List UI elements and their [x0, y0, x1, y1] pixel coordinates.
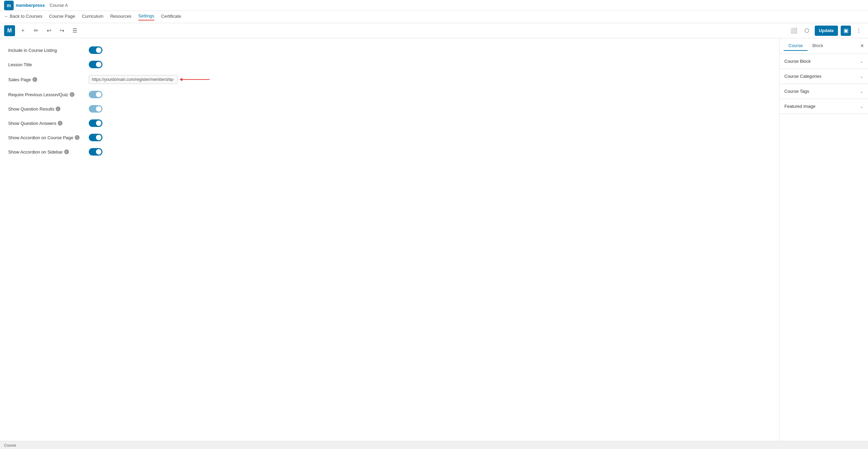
arrow-head	[180, 78, 182, 81]
label-lesson-title: Lesson Title	[8, 62, 83, 67]
content-area: Include in Course Listing Lesson Title S…	[0, 38, 779, 441]
settings-sidebar-button[interactable]: ▣	[841, 26, 851, 36]
tab-certificate[interactable]: Certificate	[161, 14, 181, 20]
label-include-in-course-listing: Include in Course Listing	[8, 48, 83, 53]
info-icon-sales-page[interactable]: i	[32, 77, 37, 82]
logo: m memberpress	[4, 1, 45, 10]
accordion-label-course-categories: Course Categories	[784, 74, 821, 79]
sidebar-header: Course Block ×	[780, 38, 868, 54]
toolbar-left: M ＋ ✏ ↩ ↪ ☰	[4, 25, 80, 36]
status-bar: Course	[0, 441, 868, 449]
accordion-header-featured-image[interactable]: Featured image ⌄	[780, 99, 868, 114]
accordion-item-course-tags: Course Tags ⌄	[780, 84, 868, 99]
undo-button[interactable]: ↩	[44, 26, 54, 36]
toggle-slider	[89, 148, 102, 156]
back-to-courses-link[interactable]: ← Back to Courses	[4, 14, 42, 20]
tab-settings[interactable]: Settings	[138, 13, 154, 20]
setting-row-show-question-results: Show Question Results i	[8, 105, 771, 113]
brand-name: memberpress	[16, 3, 45, 8]
toggle-lesson-title[interactable]	[89, 61, 102, 68]
sub-nav: ← Back to Courses Course Page Curriculum…	[0, 11, 868, 23]
accordion-label-featured-image: Featured image	[784, 104, 815, 109]
wp-logo-icon[interactable]: M	[4, 25, 15, 36]
toggle-show-accordion-course[interactable]	[89, 134, 102, 141]
label-show-accordion-sidebar: Show Accordion on Sidebar i	[8, 149, 83, 155]
toolbar-right: ⬜ ⬡ Update ▣ ⋮	[789, 26, 864, 36]
toggle-slider	[89, 134, 102, 141]
toggle-show-question-results[interactable]	[89, 105, 102, 113]
label-show-question-results: Show Question Results i	[8, 106, 83, 112]
accordion-item-featured-image: Featured image ⌄	[780, 99, 868, 114]
toggle-show-question-answers[interactable]	[89, 119, 102, 127]
accordion-item-course-categories: Course Categories ⌄	[780, 69, 868, 84]
setting-row-include-in-course-listing: Include in Course Listing	[8, 46, 771, 54]
accordion-header-course-block[interactable]: Course Block ⌄	[780, 54, 868, 69]
label-sales-page: Sales Page i	[8, 77, 83, 82]
info-icon-show-accordion-sidebar[interactable]: i	[64, 149, 69, 154]
toggle-include-in-course-listing[interactable]	[89, 46, 102, 54]
course-name: Course A	[50, 3, 68, 8]
chevron-down-icon: ⌄	[860, 89, 863, 94]
toggle-slider	[89, 105, 102, 113]
tab-resources[interactable]: Resources	[110, 14, 131, 20]
info-icon-require-previous[interactable]: i	[70, 92, 74, 97]
setting-row-show-accordion-sidebar: Show Accordion on Sidebar i	[8, 148, 771, 156]
setting-row-require-previous: Require Previous Lesson/Quiz i	[8, 91, 771, 98]
sales-page-input[interactable]	[89, 75, 178, 84]
label-require-previous: Require Previous Lesson/Quiz i	[8, 92, 83, 97]
redo-button[interactable]: ↪	[57, 26, 67, 36]
arrow-line	[182, 79, 210, 80]
list-view-button[interactable]: ☰	[70, 26, 80, 36]
toggle-slider	[89, 91, 102, 98]
accordion-header-course-categories[interactable]: Course Categories ⌄	[780, 69, 868, 84]
tools-button[interactable]: ✏	[31, 26, 41, 36]
toggle-slider	[89, 61, 102, 68]
setting-row-show-question-answers: Show Question Answers i	[8, 119, 771, 127]
setting-row-show-accordion-course: Show Accordion on Course Page i	[8, 134, 771, 141]
info-icon-show-question-results[interactable]: i	[56, 106, 60, 111]
info-icon-show-accordion-course[interactable]: i	[75, 135, 80, 140]
chevron-down-icon: ⌄	[860, 104, 863, 109]
label-show-accordion-course: Show Accordion on Course Page i	[8, 135, 83, 140]
chevron-down-icon: ⌄	[860, 74, 863, 79]
sidebar-tab-course[interactable]: Course	[784, 41, 808, 51]
accordion-label-course-block: Course Block	[784, 59, 811, 64]
toggle-slider	[89, 119, 102, 127]
logo-icon: m	[4, 1, 14, 10]
toggle-show-accordion-sidebar[interactable]	[89, 148, 102, 156]
editor-toolbar: M ＋ ✏ ↩ ↪ ☰ ⬜ ⬡ Update ▣ ⋮	[0, 23, 868, 38]
sidebar-close-button[interactable]: ×	[860, 42, 864, 49]
preview-link-button[interactable]: ⬡	[802, 26, 812, 36]
accordion-header-course-tags[interactable]: Course Tags ⌄	[780, 84, 868, 99]
update-button[interactable]: Update	[815, 26, 838, 36]
sidebar-tab-block[interactable]: Block	[808, 41, 828, 51]
more-options-button[interactable]: ⋮	[854, 26, 864, 36]
chevron-down-icon: ⌄	[860, 59, 863, 64]
tab-course-page[interactable]: Course Page	[49, 14, 75, 20]
preview-desktop-button[interactable]: ⬜	[789, 26, 799, 36]
accordion-label-course-tags: Course Tags	[784, 89, 809, 94]
main-layout: Include in Course Listing Lesson Title S…	[0, 38, 868, 441]
setting-row-lesson-title: Lesson Title	[8, 61, 771, 68]
status-text: Course	[4, 443, 16, 447]
accordion-item-course-block: Course Block ⌄	[780, 54, 868, 69]
arrow-indicator	[180, 78, 210, 81]
right-sidebar: Course Block × Course Block ⌄ Course Cat…	[779, 38, 868, 441]
info-icon-show-question-answers[interactable]: i	[58, 121, 62, 126]
sidebar-tabs: Course Block	[784, 41, 828, 51]
label-show-question-answers: Show Question Answers i	[8, 121, 83, 126]
admin-bar: m memberpress Course A	[0, 0, 868, 11]
tab-curriculum[interactable]: Curriculum	[82, 14, 103, 20]
add-block-button[interactable]: ＋	[18, 26, 28, 36]
toggle-slider	[89, 46, 102, 54]
sales-input-wrap	[89, 75, 210, 84]
setting-row-sales-page: Sales Page i	[8, 75, 771, 84]
toggle-require-previous[interactable]	[89, 91, 102, 98]
